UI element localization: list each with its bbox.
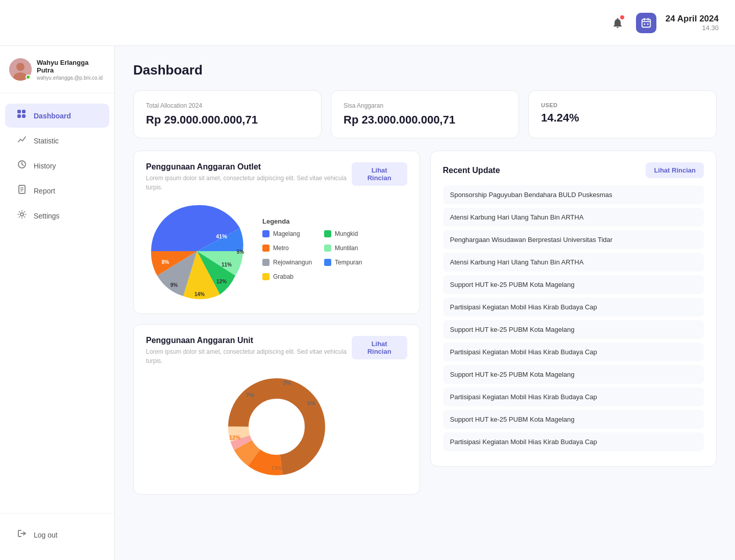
svg-rect-4 (644, 23, 645, 25)
recent-list-item[interactable]: Atensi Karbung Hari Ulang Tahun Bin ARTH… (443, 208, 704, 227)
svg-text:3%: 3% (283, 380, 291, 386)
recent-list-item[interactable]: Partisipasi Kegiatan Mobil Hias Kirab Bu… (443, 298, 704, 316)
stat-value-0: Rp 29.000.000.000,71 (146, 113, 309, 127)
recent-list-item[interactable]: Partisipasi Kegiatan Mobil Hias Kirab Bu… (443, 432, 704, 451)
logout-label: Log out (34, 531, 58, 539)
stat-label-0: Total Allocation 2024 (146, 102, 309, 109)
user-info: Wahyu Erlangga Putra wahyu.erlangga.@p.b… (37, 59, 105, 81)
recent-title: Recent Update (443, 166, 500, 175)
sidebar-nav: Dashboard Statistic History Report (0, 93, 114, 513)
legend-label-mungkid: Mungkid (335, 230, 358, 237)
legend-label-grabab: Grabab (273, 273, 293, 280)
sidebar-item-dashboard[interactable]: Dashboard (5, 104, 109, 128)
report-icon (16, 185, 28, 197)
recent-list-item[interactable]: Support HUT ke-25 PUBM Kota Magelang (443, 365, 704, 384)
recent-list-item[interactable]: Partisipasi Kegiatan Mobil Hias Kirab Bu… (443, 343, 704, 361)
svg-point-18 (20, 213, 23, 216)
legend-dot-grabab (262, 273, 270, 280)
legend-metro: Metro (262, 245, 312, 252)
recent-items-list: Sponsorship Paguyuban Bendahara BULD Pus… (443, 185, 704, 451)
sidebar-item-statistic[interactable]: Statistic (5, 129, 109, 153)
svg-rect-0 (642, 19, 650, 27)
svg-text:9%: 9% (170, 282, 178, 288)
unit-lihat-btn[interactable]: Lihat Rincian (352, 336, 407, 359)
sidebar-item-history[interactable]: History (5, 154, 109, 178)
recent-list-item[interactable]: Support HUT ke-25 PUBM Kota Magelang (443, 320, 704, 339)
legend-rejowinangun: Rejowinangun (262, 259, 312, 266)
svg-text:12%: 12% (216, 279, 227, 284)
svg-rect-9 (17, 110, 21, 113)
logout-button[interactable]: Log out (5, 523, 109, 547)
logout-icon (16, 529, 28, 541)
svg-rect-10 (22, 110, 26, 113)
legend-label-muntilan: Muntilan (335, 245, 358, 252)
unit-card-header: Penggunaan Anggaran Unit Lorem ipsum dol… (146, 336, 407, 366)
recent-list-item[interactable]: Partisipasi Kegiatan Mobil Hias Kirab Bu… (443, 387, 704, 406)
sidebar-label-history: History (34, 162, 56, 170)
svg-text:73%: 73% (271, 465, 282, 471)
avatar-wrap (9, 58, 32, 81)
date-display: 24 April 2024 (666, 14, 719, 24)
legend-dot-rejowinangun (262, 259, 270, 266)
svg-rect-5 (647, 23, 649, 25)
svg-rect-11 (17, 114, 21, 118)
svg-text:5%: 5% (237, 249, 244, 255)
user-email: wahyu.erlangga.@p.bni.co.id (37, 75, 105, 81)
sidebar-label-settings: Settings (34, 212, 60, 220)
unit-title: Penggunaan Anggaran Unit (146, 336, 352, 345)
sidebar-item-report[interactable]: Report (5, 179, 109, 203)
notification-button[interactable] (608, 14, 627, 32)
stat-label-2: USED (541, 102, 704, 108)
svg-text:14%: 14% (194, 291, 205, 297)
unit-card: Penggunaan Anggaran Unit Lorem ipsum dol… (133, 324, 420, 495)
sidebar-user: Wahyu Erlangga Putra wahyu.erlangga.@p.b… (0, 58, 114, 93)
legend-grabab: Grabab (262, 273, 312, 280)
date-block: 24 April 2024 14.30 (666, 14, 719, 32)
legend-dot-mungkid (324, 230, 331, 237)
sidebar-bottom: Log out (0, 513, 114, 560)
recent-lihat-btn[interactable]: Lihat Rincian (646, 162, 704, 178)
svg-text:7%: 7% (246, 392, 254, 398)
legend-dot-muntilan (324, 245, 331, 252)
outlet-title: Penggunaan Anggaran Outlet (146, 162, 352, 172)
charts-column: Penggunaan Anggaran Outlet Lorem ipsum d… (133, 151, 420, 505)
recent-list-item[interactable]: Atensi Karbung Hari Ulang Tahun Bin ARTH… (443, 253, 704, 272)
svg-rect-12 (22, 114, 26, 118)
recent-list-item[interactable]: Support HUT ke-25 PUBM Kota Magelang (443, 410, 704, 429)
online-indicator (26, 75, 31, 80)
page-title: Dashboard (133, 62, 717, 78)
legend-label-rejowinangun: Rejowinangun (273, 259, 312, 266)
stat-card-allocation: Total Allocation 2024 Rp 29.000.000.000,… (133, 90, 322, 138)
recent-card-header: Recent Update Lihat Rincian (443, 162, 704, 178)
two-col-layout: Penggunaan Anggaran Outlet Lorem ipsum d… (133, 151, 717, 505)
outlet-chart-area: 41% 11% 12% 14% 9% 8% 5% Legenda (146, 200, 407, 302)
recent-card: Recent Update Lihat Rincian Sponsorship … (430, 151, 717, 467)
statistic-icon (16, 135, 28, 147)
recent-list-item[interactable]: Sponsorship Paguyuban Bendahara BULD Pus… (443, 185, 704, 204)
legend-label-tempuran: Tempuran (335, 259, 362, 266)
outlet-lihat-btn[interactable]: Lihat Rincian (352, 162, 407, 186)
legend-dot-tempuran (324, 259, 331, 266)
sidebar-label-report: Report (34, 187, 55, 195)
user-name: Wahyu Erlangga Putra (37, 59, 105, 74)
calendar-icon[interactable] (636, 13, 656, 33)
unit-donut-chart: 73% 12% 7% 3% 5% (220, 371, 333, 483)
recent-column: Recent Update Lihat Rincian Sponsorship … (430, 151, 717, 505)
svg-text:41%: 41% (216, 233, 227, 239)
legend-mungkid: Mungkid (324, 230, 374, 237)
svg-point-7 (16, 63, 24, 71)
recent-list-item[interactable]: Support HUT ke-25 PUBM Kota Magelang (443, 275, 704, 294)
legend-muntilan: Muntilan (324, 245, 374, 252)
legend-label-magelang: Magelang (273, 230, 300, 237)
sidebar: Wahyu Erlangga Putra wahyu.erlangga.@p.b… (0, 46, 115, 560)
legend-title: Legenda (262, 217, 374, 225)
main-content: Dashboard Total Allocation 2024 Rp 29.00… (115, 46, 735, 560)
outlet-card: Penggunaan Anggaran Outlet Lorem ipsum d… (133, 151, 420, 314)
settings-icon (16, 210, 28, 222)
time-display: 14.30 (666, 24, 719, 32)
svg-text:5%: 5% (307, 400, 315, 406)
stat-value-1: Rp 23.000.000.000,71 (344, 113, 506, 127)
sidebar-item-settings[interactable]: Settings (5, 204, 109, 228)
unit-card-title-block: Penggunaan Anggaran Unit Lorem ipsum dol… (146, 336, 352, 366)
recent-list-item[interactable]: Penghargaan Wisudawan Berprestasi Univer… (443, 230, 704, 249)
